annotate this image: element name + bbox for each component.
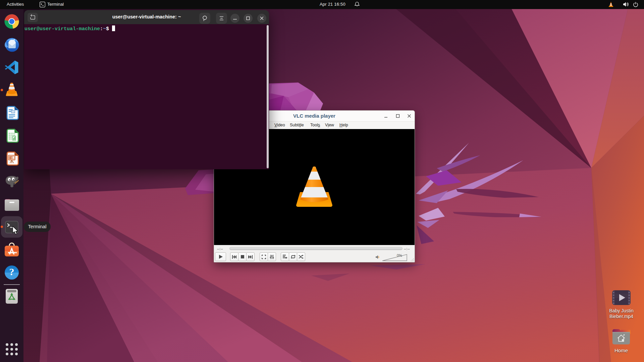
svg-text:?: ? xyxy=(9,266,14,277)
